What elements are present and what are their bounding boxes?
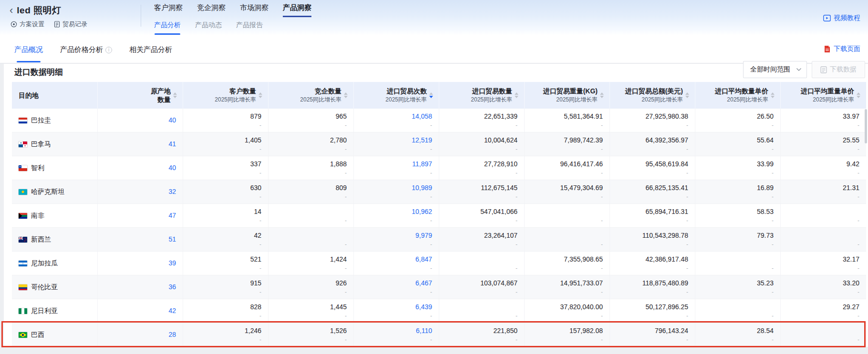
sort-carets-origin-count[interactable] [173, 92, 177, 98]
plan-settings-link[interactable]: 方案设置 [10, 20, 44, 29]
column-header-customer-count[interactable]: 客户数量2025同比增长率 [183, 82, 269, 109]
import-avg-quantity-price-value: 79.73 [757, 231, 774, 240]
table-row-kazakhstan[interactable]: 哈萨克斯坦32630-809-10,989-112,675,145-15,479… [12, 180, 866, 204]
import-trade-weight-growth: - [601, 145, 603, 153]
tab-product-overview[interactable]: 产品概况 [14, 45, 43, 54]
table-row-panama[interactable]: 巴拿马411,405-2,780-12,519-10,004,624-7,989… [12, 132, 866, 156]
import-trade-amount-value: 110,543,298.78 [642, 231, 688, 240]
import-trade-amount-growth: - [686, 336, 688, 344]
time-range-select[interactable]: 全部时间范围 [743, 61, 807, 78]
table-row-nicaragua[interactable]: 尼加拉瓜39521-1,424-6,847--7,355,908.65-42,3… [12, 252, 866, 275]
sort-carets-import-trade-weight[interactable] [600, 92, 604, 98]
origin-count-link[interactable]: 51 [168, 235, 176, 244]
import-trade-times-value[interactable]: 10,989 [412, 183, 432, 192]
import-trade-times-value[interactable]: 11,897 [412, 160, 432, 169]
column-header-import-trade-quantity[interactable]: 进口贸易数量2025同比增长率 [439, 82, 525, 109]
sort-asc-icon[interactable] [685, 92, 689, 95]
panama-flag-icon [19, 142, 27, 147]
sort-desc-icon[interactable] [344, 96, 348, 98]
primary-tab-competitor-insight[interactable]: 竞企洞察 [197, 3, 226, 17]
sort-desc-icon[interactable] [429, 96, 433, 98]
primary-tab-market-insight[interactable]: 市场洞察 [240, 3, 269, 17]
import-trade-times-value[interactable]: 10,962 [412, 207, 432, 216]
sort-desc-icon[interactable] [857, 96, 860, 98]
table-row-colombia[interactable]: 哥伦比亚36915-926-6,467-103,074,867-14,951,7… [12, 275, 866, 299]
import-trade-times-value[interactable]: 14,058 [412, 112, 432, 121]
column-header-import-avg-weight-price[interactable]: 进口平均重量单价2025同比增长率 [781, 82, 866, 109]
import-trade-times-value[interactable]: 6,110 [416, 326, 432, 335]
origin-count-link[interactable]: 42 [168, 306, 176, 315]
table-row-paraguay[interactable]: 巴拉圭40879-965-14,058-22,651,339-5,581,364… [12, 109, 866, 132]
sort-carets-import-trade-times[interactable] [429, 92, 433, 98]
competitor-count-value: 1,888 [330, 160, 347, 169]
sort-carets-import-avg-quantity-price[interactable] [771, 92, 775, 98]
import-trade-times-value[interactable]: 6,439 [415, 303, 432, 312]
sort-carets-customer-count[interactable] [258, 92, 262, 98]
origin-count-link[interactable]: 40 [168, 116, 176, 125]
column-header-import-avg-quantity-price[interactable]: 进口平均数量单价2025同比增长率 [695, 82, 781, 109]
secondary-tab-product-trends[interactable]: 产品动态 [195, 21, 222, 30]
sort-carets-import-avg-weight-price[interactable] [857, 92, 860, 98]
secondary-tab-product-analysis[interactable]: 产品分析 [154, 21, 181, 30]
origin-count-link[interactable]: 28 [168, 330, 176, 339]
trade-records-link[interactable]: 贸易记录 [54, 20, 87, 29]
table-row-new-zealand[interactable]: 新西兰5142--9,979-23,264,107--110,543,298.7… [12, 228, 866, 252]
sort-asc-icon[interactable] [857, 92, 860, 95]
origin-count-link[interactable]: 41 [168, 140, 176, 149]
import-avg-weight-price-cell: 33.97- [781, 109, 866, 132]
sort-carets-import-trade-amount[interactable] [685, 92, 689, 98]
sort-carets-competitor-count[interactable] [344, 92, 348, 98]
column-header-import-trade-amount[interactable]: 进口贸易总额(美元)2025同比增长率 [610, 82, 695, 109]
origin-count-link[interactable]: 40 [168, 163, 176, 172]
origin-count-link[interactable]: 39 [168, 259, 176, 268]
sort-desc-icon[interactable] [771, 96, 775, 98]
origin-count-link[interactable]: 32 [168, 187, 176, 196]
sort-asc-icon[interactable] [429, 92, 433, 95]
column-header-import-trade-times[interactable]: 进口贸易次数2025同比增长率 [354, 82, 439, 109]
sort-asc-icon[interactable] [258, 92, 262, 95]
table-row-south-africa[interactable]: 南非4714--10,962-547,041,066--65,894,716.3… [12, 204, 866, 228]
import-avg-weight-price-cell: 33.20- [781, 275, 866, 299]
video-tutorial-link[interactable]: 视频教程 [823, 14, 860, 22]
back-chevron-icon[interactable]: ‹ [10, 5, 13, 16]
destination-name: 智利 [31, 164, 44, 172]
table-row-chile[interactable]: 智利40337-1,888-11,897-27,728,910-96,416,4… [12, 156, 866, 180]
origin-count-link[interactable]: 36 [168, 283, 176, 292]
download-data-button[interactable]: 下载数据 [812, 61, 865, 78]
column-title-line2: 数量 [157, 96, 171, 104]
origin-count-link[interactable]: 47 [168, 211, 176, 220]
tab-product-price-analysis[interactable]: 产品价格分析i [60, 45, 112, 54]
competitor-count-value: 1,526 [330, 326, 347, 335]
sort-carets-import-trade-quantity[interactable] [515, 92, 518, 98]
import-trade-times-growth: - [430, 169, 432, 177]
sort-asc-icon[interactable] [515, 92, 518, 95]
column-header-competitor-count[interactable]: 竞企数量2025同比增长率 [269, 82, 354, 109]
sort-asc-icon[interactable] [344, 92, 348, 95]
sort-desc-icon[interactable] [515, 96, 518, 98]
excel-icon [820, 66, 827, 73]
import-trade-times-value[interactable]: 9,979 [415, 231, 432, 240]
info-icon[interactable]: i [105, 47, 112, 53]
primary-tab-customer-insight[interactable]: 客户洞察 [154, 3, 183, 17]
download-page-link[interactable]: 下载页面 [824, 45, 860, 53]
import-trade-times-value[interactable]: 6,467 [415, 279, 432, 288]
sort-desc-icon[interactable] [685, 96, 689, 98]
sort-desc-icon[interactable] [600, 96, 604, 98]
sort-desc-icon[interactable] [173, 96, 177, 98]
vertical-scrollbar[interactable] [865, 109, 867, 143]
tab-related-product-analysis[interactable]: 相关产品分析 [129, 45, 172, 54]
import-trade-times-value[interactable]: 6,847 [415, 255, 432, 264]
secondary-tab-product-report[interactable]: 产品报告 [236, 21, 263, 30]
import-trade-weight-value: 14,951,733.07 [560, 279, 603, 288]
import-trade-quantity-growth: - [516, 264, 517, 272]
sort-asc-icon[interactable] [600, 92, 604, 95]
sort-desc-icon[interactable] [258, 96, 262, 98]
column-header-origin-count[interactable]: 原产地数量 [98, 82, 183, 109]
sort-asc-icon[interactable] [771, 92, 775, 95]
table-row-nigeria[interactable]: 尼日利亚42828-1,445-6,439--37,820,040.00-50,… [12, 299, 866, 323]
column-header-import-trade-weight[interactable]: 进口贸易重量(KG)2025同比增长率 [525, 82, 610, 109]
import-trade-times-value[interactable]: 12,519 [412, 136, 432, 145]
primary-tab-product-insight[interactable]: 产品洞察 [283, 3, 311, 17]
table-row-brazil[interactable]: 巴西281,246-1,526-6,110-221,850-157,982.08… [12, 323, 866, 347]
sort-asc-icon[interactable] [173, 92, 177, 95]
